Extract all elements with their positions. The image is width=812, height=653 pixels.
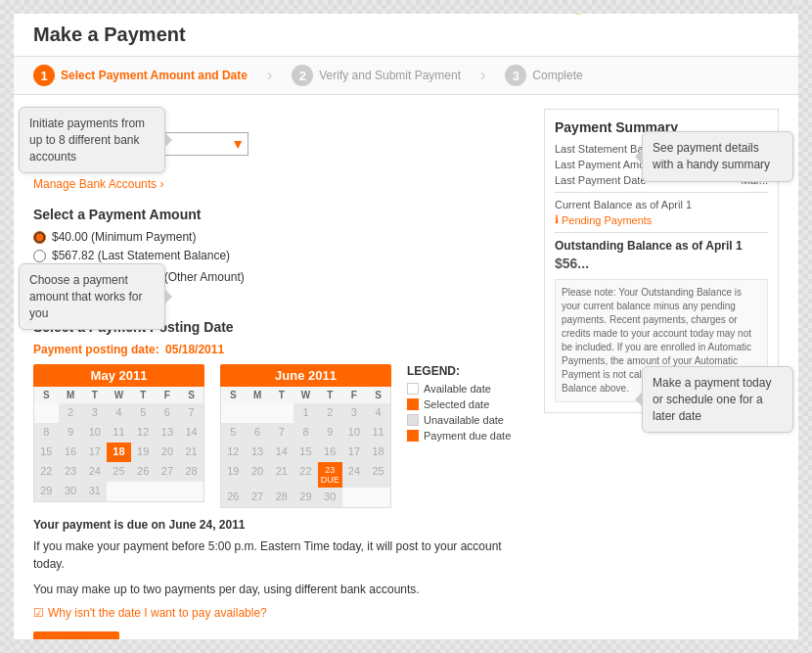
legend-unavail: Unavailable date <box>407 414 524 426</box>
may-week-2: 8 9 10 11 12 13 14 <box>34 423 203 443</box>
legend-due: Payment due date <box>407 430 524 442</box>
continue-button[interactable]: Continue <box>33 631 119 639</box>
june-empty-2 <box>246 403 270 423</box>
outstanding-label: Outstanding Balance as of April 1 <box>555 239 768 253</box>
radio-other-label: (Other Amount) <box>164 270 245 284</box>
may-cell-28: 28 <box>179 462 203 482</box>
may-day-s2: S <box>179 387 203 403</box>
june-cell-9: 9 <box>318 423 342 443</box>
june-cell-8: 8 <box>293 423 318 443</box>
june-cell-27: 27 <box>246 488 270 507</box>
june-cell-19: 19 <box>221 462 246 488</box>
may-week-3: 15 16 17 18 19 20 21 <box>34 443 203 462</box>
june-day-s2: S <box>366 387 390 403</box>
may-cell-4: 4 <box>107 403 131 423</box>
june-week-5: 26 27 28 29 30 <box>221 488 390 507</box>
june-day-t2: T <box>318 387 342 403</box>
radio-minimum-input[interactable] <box>33 231 46 244</box>
manage-bank-link[interactable]: Manage Bank Accounts › <box>33 177 524 191</box>
step-2-label: Verify and Submit Payment <box>319 69 461 82</box>
may-header: May 2011 <box>33 364 204 387</box>
may-cell-18[interactable]: 18 <box>107 443 131 462</box>
june-day-f: F <box>342 387 367 403</box>
june-cell-22: 22 <box>293 462 318 488</box>
may-week-4: 22 23 24 25 26 27 28 <box>34 462 203 482</box>
june-cell-16: 16 <box>318 443 342 462</box>
step-1-label: Select Payment Amount and Date <box>61 69 248 82</box>
june-empty-1 <box>221 403 246 423</box>
may-week-5: 29 30 31 <box>34 482 203 501</box>
june-cell-6: 6 <box>246 423 270 443</box>
may-day-f: F <box>156 387 180 403</box>
june-cell-23-due[interactable]: 23DUE <box>318 462 342 488</box>
radio-statement-balance: $567.82 (Last Statement Balance) <box>33 249 524 262</box>
payment-info-line2: You may make up to two payments per day,… <box>33 581 524 598</box>
june-days-header: S M T W T F S <box>221 387 390 403</box>
june-week-1: 1 2 3 4 <box>221 403 390 423</box>
june-empty-3 <box>269 403 293 423</box>
may-cell-14: 14 <box>179 423 203 443</box>
june-cell-20: 20 <box>246 462 270 488</box>
action-buttons: Continue Cancel <box>33 631 524 639</box>
june-empty-6 <box>342 488 367 507</box>
posting-date-label: Payment posting date: <box>33 343 159 356</box>
callout-top-left: Initiate payments from up to 8 different… <box>19 107 165 173</box>
may-day-m: M <box>59 387 83 403</box>
may-cell-9: 9 <box>59 423 83 443</box>
cancel-button[interactable]: Cancel <box>129 637 168 639</box>
legend-block: LEGEND: Available date Selected date <box>407 364 524 508</box>
june-calendar: June 2011 S M T W T F S <box>220 364 391 508</box>
may-cell-12: 12 <box>131 423 156 443</box>
june-cell-29: 29 <box>293 488 318 507</box>
june-cell-10: 10 <box>342 423 367 443</box>
may-cell-19: 19 <box>131 443 156 462</box>
why-date-link[interactable]: ☑ Why isn't the date I want to pay avail… <box>33 606 267 620</box>
radio-minimum-label: $40.00 (Minimum Payment) <box>52 230 196 244</box>
left-column: Account Please Select Account ▼ ☑ Add a … <box>33 109 524 639</box>
pending-link[interactable]: ℹ Pending Payments <box>555 213 768 226</box>
may-cell-3: 3 <box>82 403 107 423</box>
may-cell-15: 15 <box>34 443 59 462</box>
page-header: Make a Payment 🔒 Your payment informatio… <box>14 14 798 57</box>
may-cell-empty-1 <box>34 403 59 423</box>
may-week-1: 2 3 4 5 6 7 <box>34 403 203 423</box>
may-cell-31: 31 <box>82 482 107 501</box>
step-1-num: 1 <box>33 65 55 86</box>
june-cell-18: 18 <box>366 443 390 462</box>
calendars-row: May 2011 S M T W T F S <box>33 364 524 508</box>
may-empty-2 <box>107 482 131 501</box>
posting-date-section: Select a Payment Posting Date Payment po… <box>33 319 524 508</box>
may-cell-10: 10 <box>82 423 107 443</box>
june-empty-7 <box>366 488 390 507</box>
may-days-header: S M T W T F S <box>34 387 203 403</box>
june-cell-13: 13 <box>246 443 270 462</box>
legend-unavail-box <box>407 414 419 426</box>
june-cell-14: 14 <box>269 443 293 462</box>
may-cell-25: 25 <box>107 462 131 482</box>
payment-amount-title: Select a Payment Amount <box>33 207 524 222</box>
june-cell-3: 3 <box>342 403 367 423</box>
may-cell-23: 23 <box>59 462 83 482</box>
may-cell-22: 22 <box>34 462 59 482</box>
june-cell-21: 21 <box>269 462 293 488</box>
june-cell-4: 4 <box>366 403 390 423</box>
posting-date-line: Payment posting date: 05/18/2011 <box>33 343 524 356</box>
may-cell-16: 16 <box>59 443 83 462</box>
page-title: Make a Payment <box>33 23 186 46</box>
payment-info-line1: If you make your payment before 5:00 p.m… <box>33 537 524 573</box>
june-cell-11: 11 <box>366 423 390 443</box>
legend-selected: Selected date <box>407 398 524 410</box>
pending-info-icon: ℹ <box>555 213 559 226</box>
may-cell-13: 13 <box>156 423 180 443</box>
may-grid: S M T W T F S <box>33 387 204 502</box>
june-day-w: W <box>293 387 318 403</box>
step-divider-2: › <box>480 67 485 84</box>
legend-selected-label: Selected date <box>424 398 489 410</box>
step-2: 2 Verify and Submit Payment <box>292 65 461 86</box>
legend-available-label: Available date <box>424 383 491 395</box>
why-link-icon: ☑ <box>33 606 44 620</box>
radio-statement-input[interactable] <box>33 250 46 262</box>
june-cell-30: 30 <box>318 488 342 507</box>
may-cell-24: 24 <box>82 462 107 482</box>
june-cell-25: 25 <box>366 462 390 488</box>
